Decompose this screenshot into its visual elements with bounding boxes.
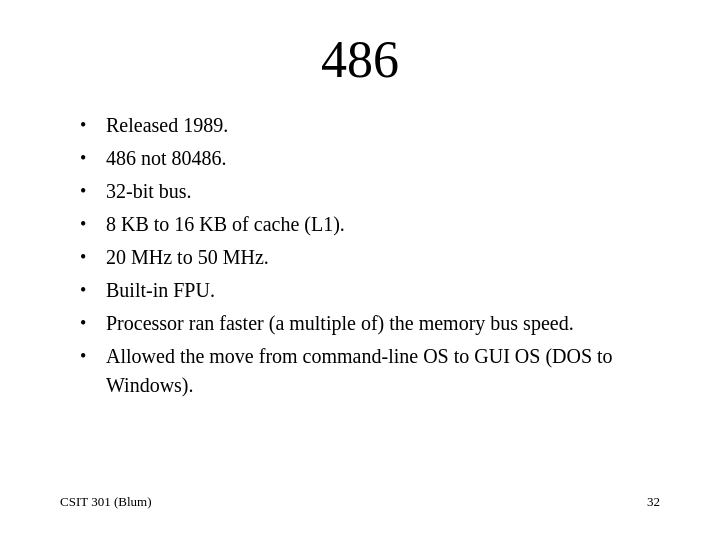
footer-left: CSIT 301 (Blum) bbox=[60, 494, 152, 510]
list-item: •Released 1989. bbox=[80, 111, 660, 140]
bullet-dot-icon: • bbox=[80, 310, 98, 336]
list-item: •20 MHz to 50 MHz. bbox=[80, 243, 660, 272]
list-item: •486 not 80486. bbox=[80, 144, 660, 173]
bullet-text: 32-bit bus. bbox=[106, 177, 660, 206]
list-item: •Allowed the move from command-line OS t… bbox=[80, 342, 660, 400]
bullet-dot-icon: • bbox=[80, 343, 98, 369]
list-item: •Built-in FPU. bbox=[80, 276, 660, 305]
slide: 486 •Released 1989.•486 not 80486.•32-bi… bbox=[0, 0, 720, 540]
bullet-dot-icon: • bbox=[80, 211, 98, 237]
bullet-text: 20 MHz to 50 MHz. bbox=[106, 243, 660, 272]
bullet-list: •Released 1989.•486 not 80486.•32-bit bu… bbox=[80, 111, 660, 488]
slide-title: 486 bbox=[60, 30, 660, 89]
list-item: •8 KB to 16 KB of cache (L1). bbox=[80, 210, 660, 239]
bullet-text: 486 not 80486. bbox=[106, 144, 660, 173]
slide-footer: CSIT 301 (Blum) 32 bbox=[60, 488, 660, 510]
list-item: •32-bit bus. bbox=[80, 177, 660, 206]
list-item: •Processor ran faster (a multiple of) th… bbox=[80, 309, 660, 338]
bullet-dot-icon: • bbox=[80, 145, 98, 171]
footer-right: 32 bbox=[647, 494, 660, 510]
bullet-text: Built-in FPU. bbox=[106, 276, 660, 305]
bullet-dot-icon: • bbox=[80, 244, 98, 270]
bullet-text: Allowed the move from command-line OS to… bbox=[106, 342, 660, 400]
bullet-dot-icon: • bbox=[80, 112, 98, 138]
bullet-text: Released 1989. bbox=[106, 111, 660, 140]
bullet-dot-icon: • bbox=[80, 178, 98, 204]
bullet-text: Processor ran faster (a multiple of) the… bbox=[106, 309, 660, 338]
bullet-dot-icon: • bbox=[80, 277, 98, 303]
bullet-text: 8 KB to 16 KB of cache (L1). bbox=[106, 210, 660, 239]
